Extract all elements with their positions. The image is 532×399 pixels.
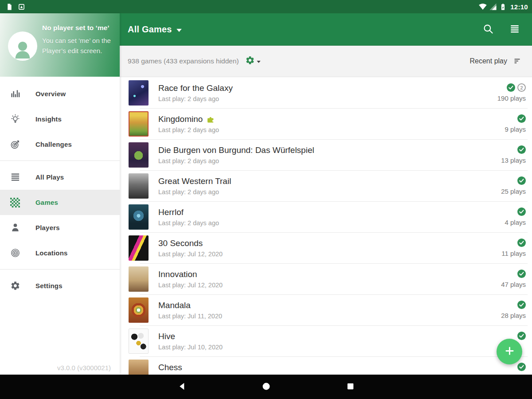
status-bar-right: 12:10 [479, 3, 528, 11]
sidebar-item-insights[interactable]: Insights [0, 106, 120, 132]
chevron-down-icon [176, 29, 182, 32]
sidebar-item-label: All Plays [35, 173, 64, 181]
app-version: v3.0.0 (v3000021) [57, 364, 111, 372]
checker-icon [10, 197, 20, 208]
sidebar-item-locations[interactable]: Locations [0, 240, 120, 266]
main-content: All Games 938 games (433 expansions hidd… [120, 13, 532, 375]
square-icon [345, 381, 356, 393]
home-button[interactable] [255, 375, 277, 399]
game-last-play: Last play: Jul 11, 2020 [158, 313, 501, 320]
add-play-fab[interactable] [497, 339, 522, 364]
gear-icon [10, 281, 20, 291]
game-plays-count: 28 plays [501, 312, 526, 320]
played-check-badge [517, 145, 526, 154]
wifi-icon [479, 3, 487, 11]
clock: 12:10 [510, 3, 528, 11]
game-badges [517, 207, 526, 216]
game-title: Hive [158, 332, 175, 341]
plus-icon [504, 345, 516, 358]
game-list-item[interactable]: Great Western Trail Last play: 2 days ag… [120, 170, 532, 201]
game-list-item[interactable]: Herrlof Last play: 2 days ago 4 plays [120, 201, 532, 232]
games-filter-dropdown[interactable]: All Games [128, 24, 182, 35]
game-last-play: Last play: 2 days ago [158, 188, 501, 196]
game-thumbnail [129, 360, 149, 375]
lightbulb-icon [10, 114, 20, 125]
game-thumbnail [129, 329, 149, 354]
sidebar-item-settings[interactable]: Settings [0, 273, 120, 298]
game-last-play: Last play: 2 days ago [158, 157, 501, 164]
sidebar-item-label: Settings [35, 282, 63, 289]
game-title: Kingdomino [158, 114, 203, 124]
view-list-button[interactable] [509, 24, 520, 35]
game-list-item[interactable]: Hive Last play: Jul 10, 2020 [120, 325, 532, 356]
sidebar-item-all-plays[interactable]: All Plays [0, 164, 120, 190]
game-list-item[interactable]: Kingdomino Last play: 2 days ago 9 plays [120, 108, 532, 139]
game-last-play: Last play: 2 days ago [158, 95, 497, 102]
game-badges [517, 239, 526, 247]
game-last-play: Last play: Jul 12, 2020 [158, 250, 501, 258]
game-badges [517, 301, 526, 309]
game-last-play: Last play: 2 days ago [158, 126, 505, 133]
display-options-button[interactable] [245, 55, 261, 67]
game-list-item[interactable]: Die Burgen von Burgund: Das Würfelspiel … [120, 139, 532, 170]
drawer-divider [0, 160, 120, 161]
sidebar-item-label: Overview [35, 90, 66, 98]
game-list-item[interactable]: Race for the Galaxy Last play: 2 days ag… [120, 77, 532, 108]
chevron-down-icon [257, 61, 261, 63]
game-title: Chess [158, 363, 182, 372]
game-badges [517, 176, 526, 185]
gear-icon [245, 55, 255, 67]
rank-badge: 2 [517, 83, 526, 92]
sort-descending-icon [512, 56, 522, 66]
played-check-badge [517, 363, 526, 371]
game-list-item[interactable]: 30 Seconds Last play: Jul 12, 2020 11 pl… [120, 232, 532, 263]
list-icon [10, 172, 20, 183]
game-last-play: Last play: 2 days ago [158, 219, 505, 227]
sidebar-item-games[interactable]: Games [0, 190, 120, 215]
game-plays-count: 25 plays [501, 188, 526, 196]
game-thumbnail [129, 235, 149, 261]
sidebar-item-label: Players [35, 224, 60, 231]
navigation-drawer: No player set to ‘me’ You can set ‘me’ o… [0, 13, 120, 375]
drawer-header-text: No player set to ‘me’ You can set ‘me’ o… [42, 24, 117, 56]
app-notification-icon [18, 4, 25, 10]
content-shell: No player set to ‘me’ You can set ‘me’ o… [0, 13, 532, 375]
game-thumbnail [129, 142, 149, 168]
game-list-item[interactable]: Chess [120, 356, 532, 375]
game-list-item[interactable]: Mandala Last play: Jul 11, 2020 28 plays [120, 294, 532, 325]
game-plays-count: 11 plays [501, 250, 526, 258]
sidebar-item-overview[interactable]: Overview [0, 81, 120, 106]
game-title: Great Western Trail [158, 176, 231, 186]
played-check-badge [517, 176, 526, 185]
game-last-play: Last play: Jul 12, 2020 [158, 282, 501, 289]
drawer-menu: OverviewInsightsChallengesAll PlaysGames… [0, 77, 120, 375]
recents-button[interactable] [340, 375, 361, 399]
sidebar-item-challenges[interactable]: Challenges [0, 132, 120, 157]
game-title: Herrlof [158, 207, 184, 217]
game-title: Mandala [158, 301, 191, 310]
back-button[interactable] [171, 375, 192, 399]
game-list-item[interactable]: Innovation Last play: Jul 12, 2020 47 pl… [120, 263, 532, 294]
game-plays-count: 47 plays [501, 281, 526, 289]
avatar[interactable] [8, 31, 37, 61]
played-check-badge [517, 301, 526, 309]
circle-icon [261, 381, 271, 393]
game-badges: 2 [507, 83, 526, 92]
search-button[interactable] [482, 24, 494, 35]
app-bar-actions [482, 24, 520, 35]
triangle-left-icon [177, 381, 187, 393]
ripple-icon [10, 248, 20, 258]
game-title: 30 Seconds [158, 239, 203, 248]
target-icon [10, 139, 20, 150]
game-plays-count: 190 plays [497, 94, 526, 102]
sidebar-item-label: Locations [35, 249, 68, 257]
game-thumbnail [129, 297, 149, 323]
app-screen: 12:10 No player set to ‘me’ You can set … [0, 0, 532, 399]
sort-label: Recent play [470, 57, 508, 65]
played-check-badge [517, 239, 526, 247]
sort-button[interactable]: Recent play [470, 56, 523, 66]
screenshot-notification-icon [6, 3, 13, 11]
battery-icon [499, 3, 507, 11]
played-check-badge [517, 270, 526, 278]
sidebar-item-players[interactable]: Players [0, 215, 120, 240]
